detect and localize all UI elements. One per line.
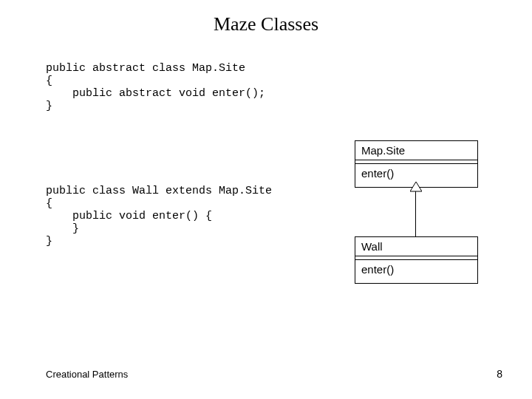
uml-operation: enter() — [355, 260, 477, 283]
uml-class-mapsite: Map.Site enter() — [355, 140, 478, 188]
code-block-mapsite: public abstract class Map.Site { public … — [46, 62, 265, 112]
page-number: 8 — [497, 368, 502, 380]
svg-marker-0 — [410, 182, 422, 191]
uml-generalization-arrow-icon — [410, 182, 422, 192]
code-block-wall: public class Wall extends Map.Site { pub… — [46, 185, 272, 248]
footer-text: Creational Patterns — [46, 369, 128, 380]
uml-class-name: Wall — [355, 237, 477, 256]
uml-class-wall: Wall enter() — [355, 236, 478, 284]
slide-title: Maze Classes — [0, 13, 532, 35]
uml-generalization-line — [415, 190, 416, 236]
uml-class-name: Map.Site — [355, 141, 477, 160]
